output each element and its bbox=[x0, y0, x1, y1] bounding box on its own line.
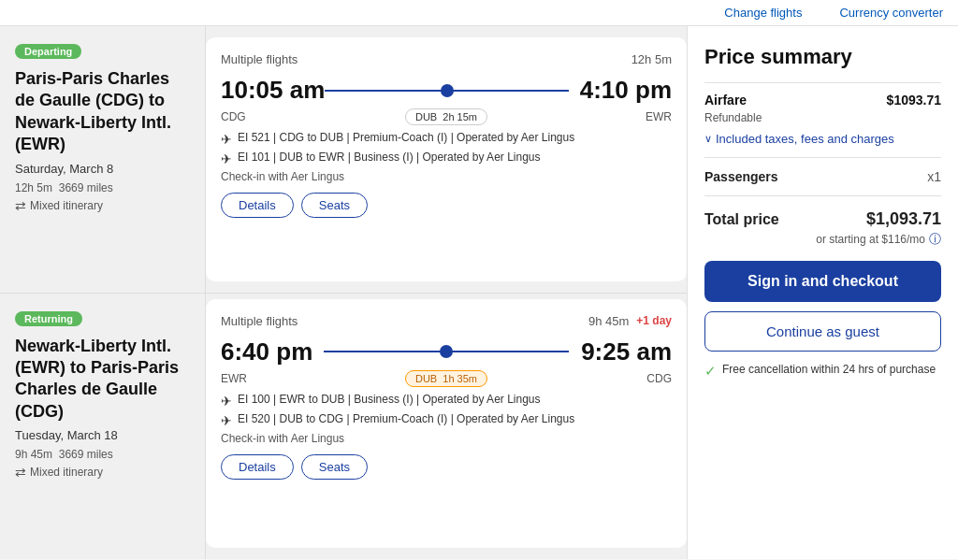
monthly-text: or starting at $116/mo bbox=[816, 233, 925, 246]
returning-mixed: ⇄ Mixed itinerary bbox=[15, 465, 190, 480]
departing-dep-airport: CDG bbox=[221, 110, 324, 123]
price-summary-panel: Price summary Airfare $1093.71 Refundabl… bbox=[687, 26, 958, 559]
airline-icon-3: ✈ bbox=[221, 394, 232, 409]
returning-layover: DUB 1h 35m bbox=[405, 370, 487, 387]
departing-leg2: ✈ EI 101 | DUB to EWR | Business (I) | O… bbox=[221, 151, 672, 166]
sign-in-checkout-btn[interactable]: Sign in and checkout bbox=[704, 261, 941, 302]
airline-icon-1: ✈ bbox=[221, 132, 232, 147]
returning-title: Newark-Liberty Intl. (EWR) to Paris-Pari… bbox=[15, 336, 190, 424]
returning-flight-card: Multiple flights 9h 45m +1 day 6:40 pm 9… bbox=[206, 299, 687, 549]
departing-mixed: ⇄ Mixed itinerary bbox=[15, 198, 190, 213]
total-label: Total price bbox=[704, 211, 779, 228]
returning-meta: 9h 45m 3669 miles bbox=[15, 448, 190, 461]
returning-arr-time: 9:25 am bbox=[569, 337, 672, 366]
passengers-label: Passengers bbox=[704, 169, 778, 184]
departing-flight-card: Multiple flights 12h 5m 10:05 am 4:10 pm… bbox=[206, 37, 687, 281]
continue-as-guest-btn[interactable]: Continue as guest bbox=[704, 311, 941, 352]
departing-details-btn[interactable]: Details bbox=[221, 193, 294, 218]
check-circle-icon: ✓ bbox=[704, 363, 717, 380]
departing-total-duration: 12h 5m bbox=[631, 52, 672, 66]
airline-icon-2: ✈ bbox=[221, 151, 232, 166]
returning-multiple-label: Multiple flights bbox=[221, 314, 298, 328]
info-icon: ⓘ bbox=[929, 231, 941, 248]
airfare-label: Airfare bbox=[704, 93, 747, 108]
departing-title: Paris-Paris Charles de Gaulle (CDG) to N… bbox=[15, 68, 190, 156]
plus-day-badge: +1 day bbox=[636, 314, 672, 327]
airfare-value: $1093.71 bbox=[887, 93, 941, 108]
returning-total-duration: 9h 45m bbox=[588, 314, 629, 328]
returning-dep-airport: EWR bbox=[221, 372, 324, 385]
departing-arr-time: 4:10 pm bbox=[569, 76, 672, 105]
price-summary-title: Price summary bbox=[704, 45, 941, 69]
shuffle-icon: ⇄ bbox=[15, 198, 26, 213]
total-price: $1,093.71 bbox=[866, 209, 941, 229]
departing-meta: 12h 5m 3669 miles bbox=[15, 181, 190, 194]
airline-icon-4: ✈ bbox=[221, 413, 232, 428]
returning-leg1: ✈ EI 100 | EWR to DUB | Business (I) | O… bbox=[221, 393, 672, 409]
returning-badge: Returning bbox=[15, 311, 82, 326]
departing-date: Saturday, March 8 bbox=[15, 162, 190, 176]
departing-dep-time: 10:05 am bbox=[221, 76, 325, 105]
returning-arr-airport: CDG bbox=[569, 372, 672, 385]
departing-arr-airport: EWR bbox=[569, 110, 672, 123]
departing-leg1: ✈ EI 521 | CDG to DUB | Premium-Coach (I… bbox=[221, 131, 672, 147]
free-cancellation-notice: ✓ Free cancellation within 24 hrs of pur… bbox=[704, 363, 941, 380]
returning-seats-btn[interactable]: Seats bbox=[301, 454, 368, 480]
departing-badge: Departing bbox=[15, 44, 81, 59]
passengers-count: x1 bbox=[927, 169, 941, 184]
refundable-label: Refundable bbox=[704, 111, 941, 124]
departing-trip-info: Departing Paris-Paris Charles de Gaulle … bbox=[0, 26, 206, 293]
returning-date: Tuesday, March 18 bbox=[15, 428, 190, 442]
departing-seats-btn[interactable]: Seats bbox=[301, 193, 368, 218]
returning-check-in: Check-in with Aer Lingus bbox=[221, 432, 672, 445]
departing-check-in: Check-in with Aer Lingus bbox=[221, 170, 672, 183]
returning-dep-time: 6:40 pm bbox=[221, 337, 324, 366]
shuffle-icon-2: ⇄ bbox=[15, 465, 26, 480]
returning-trip-info: Returning Newark-Liberty Intl. (EWR) to … bbox=[0, 294, 206, 560]
chevron-down-icon: ∨ bbox=[704, 133, 712, 145]
returning-leg2: ✈ EI 520 | DUB to CDG | Premium-Coach (I… bbox=[221, 412, 672, 428]
returning-details-btn[interactable]: Details bbox=[221, 454, 294, 480]
top-bar: Change flights Currency converter bbox=[0, 0, 958, 26]
departing-layover: DUB 2h 15m bbox=[405, 108, 487, 125]
departing-multiple-label: Multiple flights bbox=[221, 52, 298, 66]
currency-converter-link[interactable]: Currency converter bbox=[839, 6, 943, 20]
change-flights-link[interactable]: Change flights bbox=[724, 6, 802, 20]
taxes-fees-link[interactable]: ∨ Included taxes, fees and charges bbox=[704, 132, 941, 146]
